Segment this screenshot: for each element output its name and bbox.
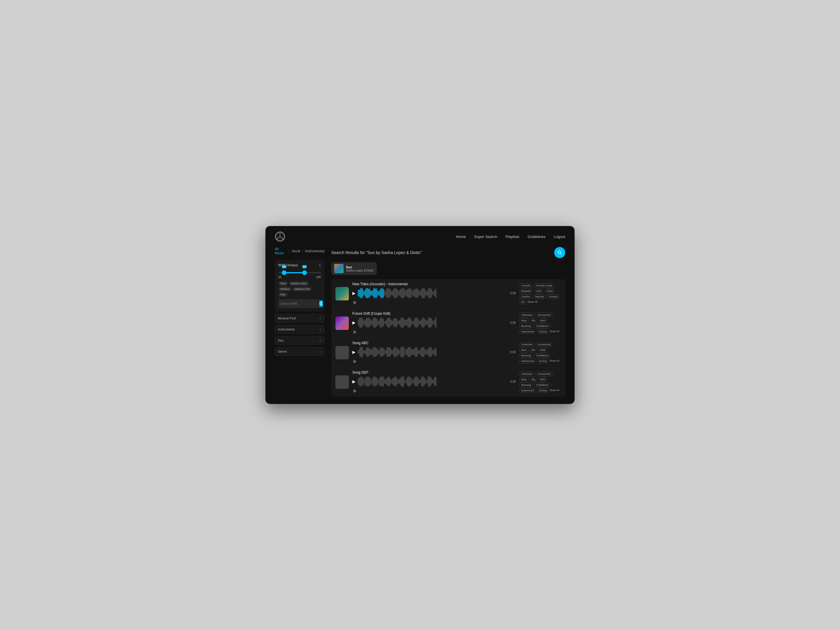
show-all-tags[interactable]: Show All [549,388,559,393]
play-button[interactable]: ▶ [352,320,355,325]
tag: Adventure [519,313,535,317]
speed-slow[interactable]: Slow [278,281,288,286]
bpm-thumb-left[interactable]: 55 [282,270,286,275]
speed-medium[interactable]: Medium [278,287,292,291]
tag: Booming [519,383,533,387]
mercedes-logo [275,231,285,242]
bpm-title: BPM (Tempo) [278,264,298,267]
tag: Adventure [519,372,535,376]
track-row: Song ABC▶3:38⊕AdventureAmusementBassBmBo… [332,338,564,368]
tab-instrumental[interactable]: Instrumental [305,249,324,253]
track-thumbnail [335,316,349,330]
filter-musical-feel[interactable]: Musical Feel ∨ [275,314,324,322]
add-to-playlist-button[interactable]: ⊕ [352,388,357,394]
track-main: Song ABC▶3:38⊕ [352,341,516,364]
filter-genre[interactable]: Genre ∨ [275,347,324,356]
svg-line-4 [280,237,283,240]
navbar: Home Super Search Playlists Guidelines L… [265,226,575,247]
add-to-playlist-button[interactable]: ⊕ [352,329,357,335]
track-controls: ▶3:38 [352,347,516,357]
track-main: Future Drift (Coupe Edit)▶3:38⊕ [352,311,516,335]
search-reference-tag: Sun Sasha Lopez & Diotic [332,262,377,275]
tag: Bold [538,377,547,382]
nav-super-search[interactable]: Super Search [474,235,497,239]
track-thumbnail [335,375,349,389]
tag: Em [519,300,527,305]
filter-genre-chevron: ∨ [319,350,321,353]
filter-key-label: Key [278,339,284,342]
tag: Driving [537,359,549,363]
filter-musical-feel-label: Musical Feel [278,316,296,320]
bpm-collapse-btn[interactable]: ∧ [319,264,321,267]
filter-instruments-chevron: ∨ [319,328,321,331]
tag: Amusement [535,313,553,317]
tag: Bm [530,348,538,352]
show-all-tags[interactable]: Show All [549,329,559,334]
track-name: Song DEF [352,370,516,374]
tag: Bold [538,318,548,323]
bpm-search-input[interactable] [281,302,317,305]
music-tabs: All Music | Vocal | Instrumental [275,247,324,255]
tag: Bm [530,318,538,323]
play-button[interactable]: ▶ [352,379,355,384]
speed-fast[interactable]: Fast [278,292,287,297]
tag: Determined [519,329,536,334]
track-main: Song DEF▶3:38⊕ [352,370,516,394]
tag: Acoustic [519,283,532,288]
waveform [358,347,508,357]
tag: Bass [519,377,529,382]
speed-medium-slow[interactable]: Medium Slow [289,281,309,286]
tag: Acoustic Guitar [534,283,554,288]
tab-all-music[interactable]: All Music [275,247,286,255]
tag: Bass [519,318,529,323]
nav-playlists[interactable]: Playlists [505,235,519,239]
search-icon-button[interactable] [554,247,565,258]
nav-home[interactable]: Home [456,235,466,239]
svg-line-3 [277,237,280,240]
tag: Close [545,289,555,294]
ref-track-artist: Sasha Lopez & Diotic [346,269,374,272]
main-layout: All Music | Vocal | Instrumental BPM (Te… [265,247,575,404]
track-duration: 3:38 [510,292,516,295]
add-to-playlist-button[interactable]: ⊕ [352,300,357,305]
track-row: New Tides (Acoustic) - Instrumental▶3:38… [332,279,564,309]
play-button[interactable]: ▶ [352,291,355,295]
ref-thumbnail [334,264,344,273]
show-all-tags[interactable]: Show All [528,300,538,305]
tag: Dreamy [547,294,560,299]
tag: Amusement [535,342,553,347]
filter-instruments[interactable]: Instruments ∨ [275,325,324,334]
tag: Booming [519,353,533,358]
ref-track-name: Sun [346,265,374,269]
waveform [358,376,508,387]
tag: Adventure [519,342,535,347]
show-all-tags[interactable]: Show All [549,359,559,363]
tab-vocal[interactable]: Vocal [291,249,300,253]
track-tags: AdventureAmusementBassBigBoldBoomingConf… [519,372,560,393]
tag: Beautiful [519,289,533,294]
speed-medium-fast[interactable]: Medium Fast [292,287,312,291]
svg-line-8 [561,253,562,255]
sep2: | [302,249,303,253]
results-container: New Tides (Acoustic) - Instrumental▶3:38… [332,279,565,397]
nav-links: Home Super Search Playlists Guidelines L… [456,235,565,239]
tag: Delicate [533,294,546,299]
tag: Confidence [534,383,551,387]
results-scroll[interactable]: New Tides (Acoustic) - Instrumental▶3:38… [332,279,565,397]
bpm-thumb-right[interactable]: 90 [302,270,307,275]
track-controls: ▶3:38 [352,376,516,387]
filter-key[interactable]: Key ∨ [275,336,324,345]
tag: Bold [538,348,548,352]
waveform [358,317,508,328]
nav-guidelines[interactable]: Guidelines [527,235,545,239]
bpm-max-label: 186 [316,276,321,279]
bpm-search-button[interactable] [319,300,323,307]
bpm-speed-buttons: Slow Medium Slow Medium Medium Fast Fast [278,281,321,297]
play-button[interactable]: ▶ [352,350,355,354]
ref-thumbnail-image [334,264,344,273]
track-name: New Tides (Acoustic) - Instrumental [352,282,516,286]
track-thumbnail [335,287,349,300]
bpm-search-box [278,299,321,308]
nav-logout[interactable]: Logout [554,235,565,239]
add-to-playlist-button[interactable]: ⊕ [352,358,357,364]
